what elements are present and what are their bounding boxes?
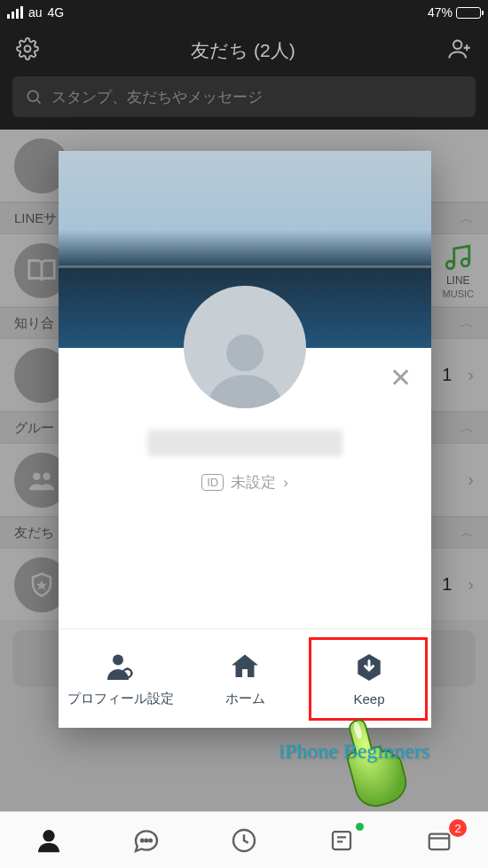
svg-point-11 xyxy=(43,830,54,841)
svg-point-0 xyxy=(25,46,31,52)
tab-chats[interactable] xyxy=(98,812,195,868)
tab-timeline[interactable] xyxy=(195,812,293,868)
status-bar: au 4G 47% xyxy=(0,0,488,25)
battery-icon xyxy=(456,7,481,19)
keep-button[interactable]: Keep xyxy=(307,629,431,728)
person-icon xyxy=(35,826,63,855)
svg-point-12 xyxy=(141,839,144,841)
tab-bar: 2 xyxy=(0,811,488,868)
page-title: 友だち (2人) xyxy=(39,38,447,63)
clock-icon xyxy=(230,826,258,855)
home-label: ホーム xyxy=(225,690,265,707)
close-icon[interactable]: ✕ xyxy=(390,362,412,393)
svg-point-2 xyxy=(28,91,38,101)
search-input[interactable]: スタンプ、友だちやメッセージ xyxy=(12,76,476,117)
nav-bar: 友だち (2人) xyxy=(0,25,488,76)
keep-icon xyxy=(353,651,385,686)
svg-point-7 xyxy=(226,335,264,372)
chat-icon xyxy=(132,826,161,855)
svg-point-13 xyxy=(146,839,148,841)
search-placeholder: スタンプ、友だちやメッセージ xyxy=(51,87,263,107)
id-badge: ID xyxy=(201,474,224,491)
svg-rect-17 xyxy=(429,833,450,849)
id-status: 未設定 xyxy=(231,472,276,493)
news-icon xyxy=(328,827,355,854)
svg-rect-16 xyxy=(333,832,350,849)
add-friend-icon[interactable] xyxy=(447,36,472,65)
carrier-label: au xyxy=(28,5,43,20)
svg-point-14 xyxy=(149,839,152,841)
notification-badge: 2 xyxy=(449,819,467,837)
tab-news[interactable] xyxy=(293,812,390,868)
notification-dot xyxy=(356,823,364,831)
keep-label: Keep xyxy=(353,691,384,706)
signal-icon xyxy=(7,6,23,19)
tab-friends[interactable] xyxy=(0,812,98,868)
profile-settings-icon xyxy=(105,651,137,685)
settings-icon[interactable] xyxy=(16,37,39,64)
profile-modal: ✕ ID 未設定 › プロフィール設定 ホーム Keep xyxy=(59,151,431,728)
profile-settings-button[interactable]: プロフィール設定 xyxy=(59,629,183,728)
search-bar-container: スタンプ、友だちやメッセージ xyxy=(0,76,488,130)
search-icon xyxy=(25,88,43,106)
svg-point-1 xyxy=(453,41,461,49)
battery-percent: 47% xyxy=(428,5,453,20)
home-icon xyxy=(229,651,261,685)
chevron-right-icon: › xyxy=(283,474,288,492)
network-label: 4G xyxy=(48,5,65,20)
id-setting-row[interactable]: ID 未設定 › xyxy=(59,472,431,493)
home-button[interactable]: ホーム xyxy=(183,629,307,728)
svg-point-8 xyxy=(113,654,123,665)
tab-wallet[interactable]: 2 xyxy=(390,812,488,868)
profile-name xyxy=(147,430,342,456)
profile-settings-label: プロフィール設定 xyxy=(67,690,174,707)
profile-avatar[interactable] xyxy=(184,286,306,408)
